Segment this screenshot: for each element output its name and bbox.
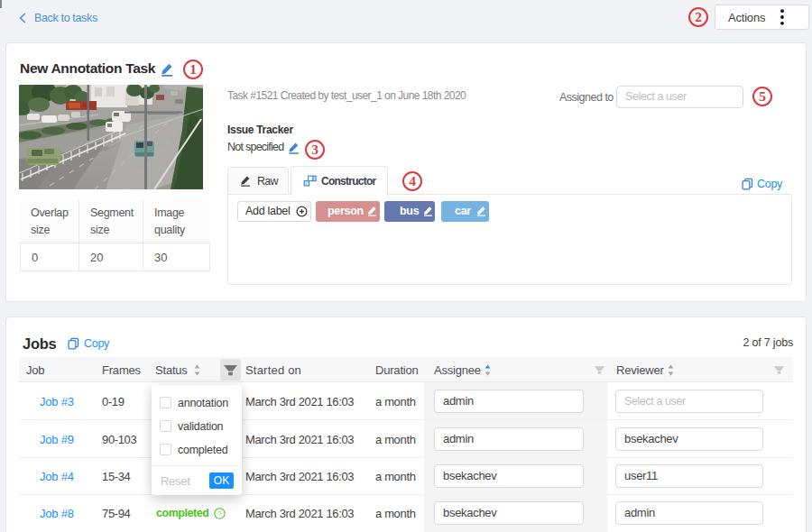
svg-text:?: ? xyxy=(217,509,221,518)
